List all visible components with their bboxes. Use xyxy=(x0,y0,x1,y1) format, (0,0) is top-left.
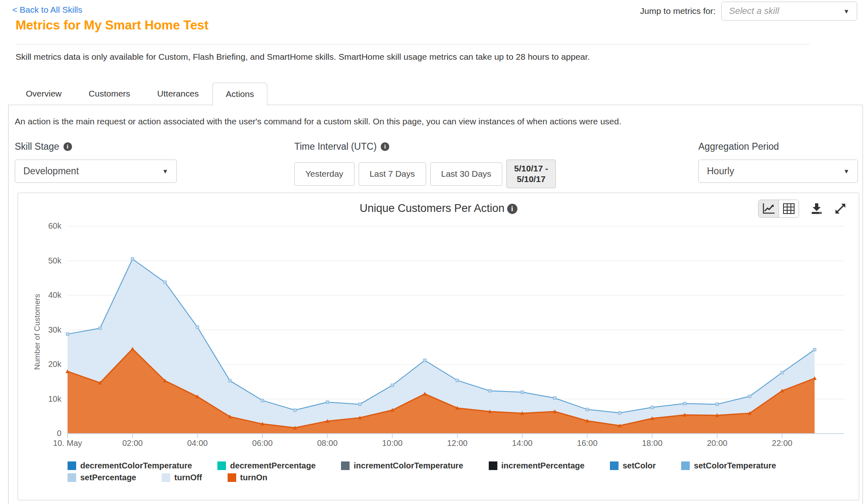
marker-total xyxy=(261,399,264,402)
x-tick-label: 14:00 xyxy=(494,439,551,448)
y-tick-label: 0 xyxy=(18,429,61,438)
skill-select-placeholder: Select a skill xyxy=(729,6,779,16)
y-tick-label: 10k xyxy=(18,394,61,404)
aggregation-period-select[interactable]: Hourly ▼ xyxy=(698,160,858,183)
download-icon xyxy=(811,202,823,215)
download-button[interactable] xyxy=(811,202,823,215)
chart-view-toggle xyxy=(758,200,799,218)
legend-item-setcolor[interactable]: setColor xyxy=(610,461,656,470)
back-to-all-skills-link[interactable]: < Back to All Skills xyxy=(12,5,82,15)
legend-item-decrementpercentage[interactable]: decrementPercentage xyxy=(217,461,316,470)
x-tick-label: 18:00 xyxy=(623,439,681,448)
time-interval-button-last-30-days[interactable]: Last 30 Days xyxy=(430,162,503,186)
aggregation-period-value: Hourly xyxy=(707,166,734,177)
chart-toolbar xyxy=(758,200,847,218)
x-tick-label: 10:00 xyxy=(364,439,421,448)
date-range-line: 5/10/17 xyxy=(517,174,546,184)
marker-total xyxy=(488,389,491,392)
line-chart-view-button[interactable] xyxy=(759,200,779,217)
skill-stage-select[interactable]: Development ▼ xyxy=(15,160,177,183)
time-interval-date-range-button[interactable]: 5/10/17 -5/10/17 xyxy=(506,160,556,188)
legend-label: setColor xyxy=(623,461,656,470)
chevron-down-icon: ▼ xyxy=(843,8,849,14)
line-chart-icon xyxy=(763,203,775,214)
x-tick-label: 06:00 xyxy=(234,439,291,448)
time-interval-button-yesterday[interactable]: Yesterday xyxy=(294,162,354,186)
chart-title: Unique Customers Per Actioni xyxy=(18,202,859,215)
legend-item-incrementcolortemperature[interactable]: incrementColorTemperature xyxy=(341,461,463,470)
legend-item-turnon[interactable]: turnOn xyxy=(228,473,268,482)
time-interval-buttons: YesterdayLast 7 DaysLast 30 Days5/10/17 … xyxy=(294,160,556,188)
y-tick-label: 50k xyxy=(18,256,61,266)
marker-total xyxy=(99,327,102,330)
marker-total xyxy=(781,371,783,374)
tab-utterances[interactable]: Utterances xyxy=(144,82,212,105)
marker-total xyxy=(294,409,296,412)
marker-total xyxy=(716,403,718,406)
info-icon[interactable]: i xyxy=(381,142,389,151)
y-tick-label: 40k xyxy=(18,290,61,300)
tab-overview[interactable]: Overview xyxy=(12,82,75,105)
y-tick-label: 20k xyxy=(18,360,61,369)
y-tick-label: 60k xyxy=(18,221,61,231)
marker-total xyxy=(618,412,621,414)
marker-total xyxy=(164,281,167,284)
legend-label: turnOff xyxy=(174,473,202,482)
x-tick-label: 04:00 xyxy=(169,439,226,448)
divider xyxy=(16,44,810,45)
legend-label: turnOn xyxy=(240,473,268,482)
legend-item-incrementpercentage[interactable]: incrementPercentage xyxy=(489,461,585,470)
legend-label: decrementPercentage xyxy=(230,461,316,470)
page-title: Metrics for My Smart Home Test xyxy=(16,18,208,33)
stacked-area-chart[interactable] xyxy=(68,222,844,445)
marker-total xyxy=(391,384,394,387)
legend-label: incrementPercentage xyxy=(501,461,585,470)
chart-legend: decrementColorTemperaturedecrementPercen… xyxy=(68,461,802,485)
marker-total xyxy=(359,403,361,406)
legend-item-decrementcolortemperature[interactable]: decrementColorTemperature xyxy=(68,461,192,470)
chart-title-text: Unique Customers Per Action xyxy=(359,202,504,214)
expand-icon xyxy=(834,202,847,215)
x-tick-label: 16:00 xyxy=(559,439,616,448)
time-interval-label: Time Interval (UTC) xyxy=(294,141,377,152)
chevron-down-icon: ▼ xyxy=(843,168,849,174)
legend-swatch xyxy=(489,461,497,470)
x-tick-label: 20:00 xyxy=(689,439,746,448)
legend-swatch xyxy=(228,473,236,482)
marker-total xyxy=(196,326,199,328)
marker-total xyxy=(651,406,654,409)
x-tick-label: 12:00 xyxy=(429,439,486,448)
legend-item-turnoff[interactable]: turnOff xyxy=(162,473,202,482)
marker-total xyxy=(66,333,69,335)
tab-customers[interactable]: Customers xyxy=(75,82,144,105)
info-icon[interactable]: i xyxy=(507,204,517,214)
legend-swatch xyxy=(681,461,690,470)
skill-stage-label: Skill Stage xyxy=(15,141,59,152)
legend-label: setPercentage xyxy=(80,473,136,482)
x-tick-label: 10. May xyxy=(39,439,96,448)
legend-swatch xyxy=(162,473,170,482)
marker-total xyxy=(813,348,816,351)
legend-item-setpercentage[interactable]: setPercentage xyxy=(68,473,136,482)
legend-label: setColorTemperature xyxy=(694,461,776,470)
marker-total xyxy=(456,379,459,382)
time-interval-control: Time Interval (UTC) i YesterdayLast 7 Da… xyxy=(294,141,556,188)
info-icon[interactable]: i xyxy=(63,142,72,151)
table-icon xyxy=(783,203,795,214)
skill-select[interactable]: Select a skill ▼ xyxy=(721,2,857,20)
marker-total xyxy=(228,379,231,382)
marker-total xyxy=(553,396,556,399)
marker-total xyxy=(521,391,524,394)
chart-card: Unique Customers Per Actioni xyxy=(18,193,859,500)
x-tick-label: 08:00 xyxy=(299,439,356,448)
actions-description: An action is the main request or action … xyxy=(15,117,621,126)
time-interval-button-last-7-days[interactable]: Last 7 Days xyxy=(359,162,426,186)
page-subtitle: Skill metrics data is only available for… xyxy=(16,52,590,62)
actions-tab-panel: An action is the main request or action … xyxy=(8,105,863,504)
table-view-button[interactable] xyxy=(779,200,799,217)
tab-actions[interactable]: Actions xyxy=(212,83,268,106)
legend-item-setcolortemperature[interactable]: setColorTemperature xyxy=(681,461,776,470)
x-tick-label: 22:00 xyxy=(754,439,811,448)
expand-button[interactable] xyxy=(834,202,847,215)
x-tick-label: 02:00 xyxy=(104,439,161,448)
